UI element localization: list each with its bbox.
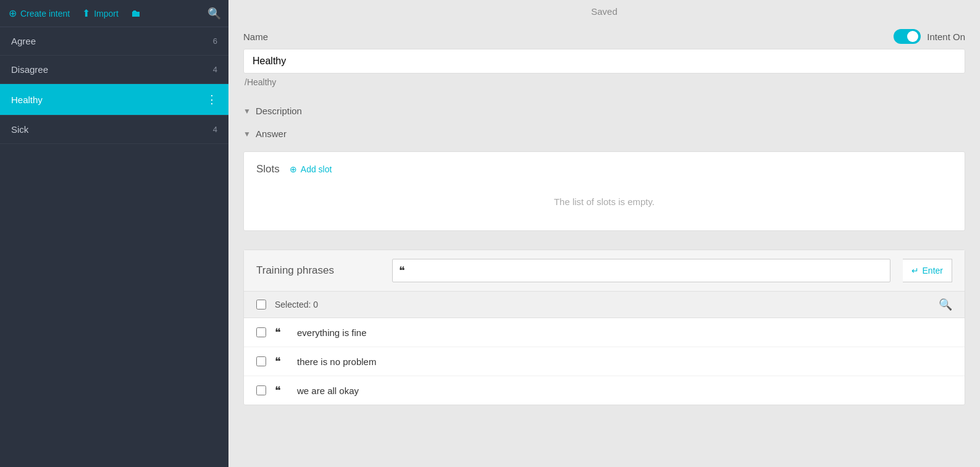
phrase-input-wrap: ❝: [392, 259, 890, 282]
phrase-text-3: we are all okay: [297, 385, 359, 396]
slots-section: Slots ⊕ Add slot The list of slots is em…: [243, 151, 965, 231]
quote-icon: ❝: [399, 264, 405, 277]
phrase-checkbox-3[interactable]: [256, 385, 266, 395]
export-button[interactable]: 🖿: [130, 6, 142, 22]
sidebar-search-button[interactable]: 🔍: [207, 7, 221, 20]
slots-header: Slots ⊕ Add slot: [256, 163, 952, 175]
intent-count: 4: [213, 65, 217, 74]
slots-empty-message: The list of slots is empty.: [256, 184, 952, 219]
phrase-input[interactable]: [410, 266, 884, 276]
main-content: Saved Name Intent On /Healthy ▼ Descript…: [228, 0, 980, 467]
create-intent-button[interactable]: ⊕ Create intent: [7, 5, 71, 22]
name-label: Name: [243, 32, 268, 42]
quote-icon: ❝: [275, 384, 288, 397]
sidebar-toolbar: ⊕ Create intent ⬆ Import 🖿 🔍: [0, 0, 228, 27]
name-row: Name Intent On: [243, 29, 965, 44]
plus-icon: ⊕: [9, 7, 17, 19]
intent-name-label: Disagree: [11, 64, 48, 75]
dots-menu-icon[interactable]: ⋮: [206, 93, 217, 106]
chevron-down-icon: ▼: [243, 107, 251, 116]
intent-item-disagree[interactable]: Disagree 4: [0, 56, 228, 84]
import-button[interactable]: ⬆ Import: [81, 5, 120, 22]
section-divider: [228, 237, 980, 243]
slots-title: Slots: [256, 163, 280, 175]
phrase-text-1: everything is fine: [297, 327, 367, 338]
import-icon: ⬆: [82, 7, 90, 19]
enter-button[interactable]: ↵ Enter: [903, 259, 952, 282]
intent-on-row: Intent On: [894, 29, 965, 44]
intent-name-label: Sick: [11, 124, 28, 135]
intent-item-healthy[interactable]: Healthy ⋮: [0, 84, 228, 116]
intent-count: 6: [213, 36, 217, 46]
select-all-checkbox[interactable]: [256, 300, 266, 309]
answer-collapsible[interactable]: ▼ Answer: [228, 122, 980, 145]
intent-name-label: Agree: [11, 36, 36, 46]
saved-status: Saved: [228, 0, 980, 23]
description-collapsible[interactable]: ▼ Description: [228, 99, 980, 122]
training-header: Training phrases ❝ ↵ Enter: [244, 250, 965, 292]
selected-row: Selected: 0 🔍: [244, 292, 965, 318]
phrase-checkbox-1[interactable]: [256, 327, 266, 337]
intent-on-label: Intent On: [927, 32, 965, 42]
phrase-text-2: there is no problem: [297, 356, 376, 367]
intent-count: 4: [213, 125, 217, 134]
sidebar: ⊕ Create intent ⬆ Import 🖿 🔍 Agree 6 Dis…: [0, 0, 228, 467]
training-phrases-section: Training phrases ❝ ↵ Enter Selected: 0 🔍…: [243, 250, 965, 405]
selected-count: Selected: 0: [275, 300, 930, 309]
phrase-row: ❝ we are all okay: [244, 376, 965, 405]
quote-icon: ❝: [275, 355, 288, 368]
phrase-checkbox-2[interactable]: [256, 356, 266, 366]
intent-name-input[interactable]: [243, 49, 965, 74]
intent-path: /Healthy: [243, 77, 965, 87]
quote-icon: ❝: [275, 326, 288, 339]
add-slot-icon: ⊕: [290, 164, 297, 174]
add-slot-button[interactable]: ⊕ Add slot: [290, 164, 332, 174]
intent-name-label: Healthy: [11, 95, 43, 105]
enter-icon: ↵: [911, 266, 919, 276]
intent-header: Name Intent On /Healthy: [228, 23, 980, 99]
phrase-row: ❝ everything is fine: [244, 318, 965, 347]
training-title: Training phrases: [256, 264, 380, 277]
chevron-down-icon: ▼: [243, 130, 251, 138]
search-phrases-icon[interactable]: 🔍: [939, 298, 952, 311]
intent-on-toggle[interactable]: [894, 29, 921, 44]
search-icon: 🔍: [207, 7, 221, 20]
intent-item-agree[interactable]: Agree 6: [0, 27, 228, 56]
intent-list: Agree 6 Disagree 4 Healthy ⋮ Sick 4: [0, 27, 228, 467]
phrase-row: ❝ there is no problem: [244, 347, 965, 376]
intent-item-sick[interactable]: Sick 4: [0, 116, 228, 144]
export-icon: 🖿: [131, 8, 141, 19]
